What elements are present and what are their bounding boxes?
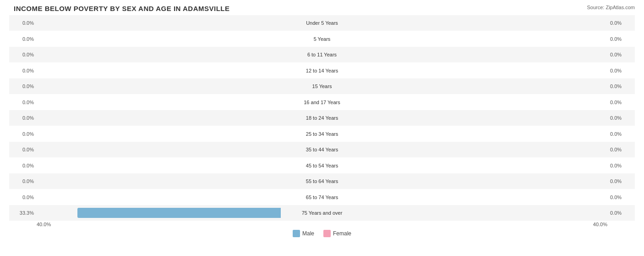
bar-left-container: [37, 158, 281, 173]
legend-female-box: [323, 230, 331, 237]
bar-section: 35 to 44 Years: [37, 142, 607, 157]
bar-right-container: [363, 63, 607, 78]
bar-right-container: [363, 95, 607, 110]
bar-left-container: [37, 205, 281, 221]
right-value: 0.0%: [607, 131, 635, 137]
chart-area: 0.0% Under 5 Years 0.0% 0.0% 5 Years 0.0…: [9, 15, 635, 221]
bar-section: 45 to 54 Years: [37, 158, 607, 173]
bar-section: 12 to 14 Years: [37, 63, 607, 78]
legend: Male Female: [9, 230, 635, 237]
chart-row: 0.0% 6 to 11 Years 0.0%: [9, 47, 635, 62]
axis-right: 40.0%: [593, 222, 607, 227]
chart-row: 0.0% 25 to 34 Years 0.0%: [9, 126, 635, 142]
row-label: 55 to 64 Years: [281, 178, 363, 184]
bar-left-container: [37, 142, 281, 157]
legend-female: Female: [323, 230, 351, 237]
bar-left-container: [37, 95, 281, 110]
bar-left-container: [37, 47, 281, 62]
row-label: Under 5 Years: [281, 20, 363, 26]
right-value: 0.0%: [607, 100, 635, 105]
right-value: 0.0%: [607, 83, 635, 89]
bar-left-container: [37, 63, 281, 78]
chart-row: 0.0% 65 to 74 Years 0.0%: [9, 189, 635, 205]
left-value: 0.0%: [9, 52, 37, 57]
left-value: 0.0%: [9, 68, 37, 73]
row-label: 6 to 11 Years: [281, 52, 363, 57]
bar-male: [77, 208, 281, 218]
right-value: 0.0%: [607, 178, 635, 184]
chart-row: 0.0% 18 to 24 Years 0.0%: [9, 110, 635, 126]
bar-section: 25 to 34 Years: [37, 126, 607, 142]
right-value: 0.0%: [607, 52, 635, 57]
bar-right-container: [363, 31, 607, 47]
bar-right-container: [363, 78, 607, 94]
right-value: 0.0%: [607, 20, 635, 26]
bar-left-container: [37, 31, 281, 47]
left-value: 0.0%: [9, 178, 37, 184]
row-label: 35 to 44 Years: [281, 147, 363, 152]
left-value: 0.0%: [9, 115, 37, 121]
chart-row: 0.0% 12 to 14 Years 0.0%: [9, 63, 635, 78]
right-value: 0.0%: [607, 147, 635, 152]
source-label: Source: ZipAtlas.com: [587, 5, 635, 10]
right-value: 0.0%: [607, 115, 635, 121]
bar-section: 18 to 24 Years: [37, 110, 607, 126]
chart-container: INCOME BELOW POVERTY BY SEX AND AGE IN A…: [0, 0, 644, 256]
bar-section: 65 to 74 Years: [37, 189, 607, 205]
chart-row: 0.0% 15 Years 0.0%: [9, 78, 635, 94]
axis-labels: 40.0% 40.0%: [9, 222, 635, 227]
left-value: 0.0%: [9, 83, 37, 89]
bar-left-container: [37, 126, 281, 142]
bar-section: 5 Years: [37, 31, 607, 47]
bar-left-container: [37, 189, 281, 205]
row-label: 5 Years: [281, 36, 363, 42]
chart-row: 0.0% 55 to 64 Years 0.0%: [9, 173, 635, 189]
right-value: 0.0%: [607, 195, 635, 200]
left-value: 0.0%: [9, 100, 37, 105]
chart-row: 0.0% 35 to 44 Years 0.0%: [9, 142, 635, 157]
left-value: 0.0%: [9, 20, 37, 26]
bar-section: 75 Years and over: [37, 205, 607, 221]
chart-title: INCOME BELOW POVERTY BY SEX AND AGE IN A…: [9, 5, 635, 12]
chart-row: 0.0% 5 Years 0.0%: [9, 31, 635, 47]
bar-left-container: [37, 173, 281, 189]
legend-female-label: Female: [333, 230, 351, 237]
row-label: 45 to 54 Years: [281, 163, 363, 168]
left-value: 0.0%: [9, 147, 37, 152]
bar-right-container: [363, 15, 607, 31]
row-label: 12 to 14 Years: [281, 68, 363, 73]
bar-left-container: [37, 110, 281, 126]
bar-right-container: [363, 158, 607, 173]
chart-row: 0.0% Under 5 Years 0.0%: [9, 15, 635, 31]
bar-right-container: [363, 142, 607, 157]
right-value: 0.0%: [607, 163, 635, 168]
row-label: 18 to 24 Years: [281, 115, 363, 121]
row-label: 75 Years and over: [281, 210, 363, 216]
row-label: 65 to 74 Years: [281, 195, 363, 200]
bar-left-container: [37, 78, 281, 94]
bar-section: 15 Years: [37, 78, 607, 94]
chart-row: 33.3% 75 Years and over 0.0%: [9, 205, 635, 221]
bar-section: Under 5 Years: [37, 15, 607, 31]
chart-row: 0.0% 45 to 54 Years 0.0%: [9, 158, 635, 173]
row-label: 15 Years: [281, 83, 363, 89]
left-value: 0.0%: [9, 163, 37, 168]
bar-section: 6 to 11 Years: [37, 47, 607, 62]
bar-right-container: [363, 47, 607, 62]
bar-right-container: [363, 189, 607, 205]
left-value: 0.0%: [9, 131, 37, 137]
right-value: 0.0%: [607, 36, 635, 42]
right-value: 0.0%: [607, 68, 635, 73]
legend-male: Male: [293, 230, 314, 237]
bar-section: 16 and 17 Years: [37, 95, 607, 110]
bar-right-container: [363, 126, 607, 142]
chart-row: 0.0% 16 and 17 Years 0.0%: [9, 95, 635, 110]
legend-male-label: Male: [302, 230, 314, 237]
left-value: 0.0%: [9, 195, 37, 200]
legend-male-box: [293, 230, 300, 237]
right-value: 0.0%: [607, 210, 635, 216]
left-value: 33.3%: [9, 210, 37, 216]
bar-left-container: [37, 15, 281, 31]
bar-section: 55 to 64 Years: [37, 173, 607, 189]
bar-right-container: [363, 110, 607, 126]
